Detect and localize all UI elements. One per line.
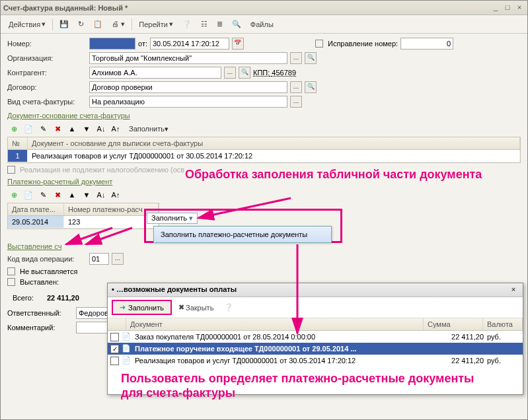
popup-help-icon[interactable]: ❔ <box>220 302 237 313</box>
payment-fill-button[interactable]: Заполнить ▾ <box>147 213 198 224</box>
contr-open-button[interactable]: 🔍 <box>239 67 250 79</box>
pay-col-date: Дата плате... <box>8 203 64 215</box>
add-icon[interactable]: ⊕ <box>7 122 20 135</box>
post-icon[interactable]: 📋 <box>89 18 106 30</box>
exempt-checkbox[interactable] <box>7 166 15 174</box>
save-icon[interactable]: 💾 <box>56 18 73 30</box>
op-label: Код вида операции: <box>7 255 87 263</box>
basis-section-title: Документ-основание счета-фактуры <box>7 112 521 120</box>
down-icon[interactable]: ▼ <box>80 122 93 135</box>
pay-down-icon[interactable]: ▼ <box>80 188 93 201</box>
org-select-button[interactable]: … <box>290 52 302 64</box>
pay-add-icon[interactable]: ⊕ <box>7 188 20 201</box>
pay-sort-desc-icon[interactable]: A↑ <box>109 188 122 201</box>
actions-menu[interactable]: Действия ▾ <box>5 18 50 30</box>
refresh-icon[interactable]: ↻ <box>74 18 88 30</box>
row-checkbox[interactable] <box>110 333 119 341</box>
contract-select-button[interactable]: … <box>290 81 302 93</box>
sort-asc-icon[interactable]: A↓ <box>94 122 108 135</box>
issued-label: Выставлен: <box>20 278 59 286</box>
total-label: Всего: <box>13 294 34 302</box>
org-input[interactable] <box>89 52 287 64</box>
sort-desc-icon[interactable]: A↑ <box>109 122 122 135</box>
go-menu[interactable]: Перейти ▾ <box>135 18 177 30</box>
report-icon[interactable]: ≣ <box>213 18 227 30</box>
correction-input[interactable] <box>400 38 453 50</box>
contr-select-button[interactable]: … <box>224 67 236 79</box>
maximize-button[interactable]: □ <box>502 3 513 13</box>
popup-fill-button[interactable]: ➜Заполнить <box>112 300 172 315</box>
basis-col-n: № <box>8 137 28 149</box>
search-icon[interactable]: 🔍 <box>228 18 245 30</box>
basis-table: № Документ - основание для выписки счета… <box>7 137 521 163</box>
window-title: Счет-фактура выданный: Новый * <box>3 4 489 12</box>
payment-row[interactable]: 29.05.2014 123 <box>8 216 159 228</box>
payment-toolbar: ⊕ 📄 ✎ ✖ ▲ ▼ A↓ A↑ <box>7 188 521 201</box>
issue-section-title: Выставление сч <box>7 242 521 250</box>
row-checkbox-checked[interactable]: ✓ <box>110 345 119 353</box>
issued-checkbox[interactable] <box>7 278 15 286</box>
popup-col-doc[interactable]: Документ <box>126 318 424 330</box>
basis-fill-button[interactable]: Заполнить ▾ <box>124 123 174 135</box>
titlebar: Счет-фактура выданный: Новый * _ □ × <box>1 1 527 15</box>
from-label: от: <box>138 40 147 48</box>
basis-col-doc: Документ - основание для выписки счета-ф… <box>28 137 520 149</box>
number-label: Номер: <box>7 40 87 48</box>
pay-delete-icon[interactable]: ✖ <box>51 188 64 201</box>
popup-close-button[interactable]: ✖ Закрыть <box>174 302 217 313</box>
popup-close-icon[interactable]: × <box>508 285 519 295</box>
payment-table: Дата плате... Номер платежно-расч 29.05.… <box>7 203 159 229</box>
basis-row[interactable]: 1 Реализация товаров и услуг ТД000000001… <box>8 150 520 162</box>
popup-row-selected[interactable]: ✓ 📄 Платежное поручение входящее ТД00000… <box>108 343 523 355</box>
total-value: 22 411,20 <box>47 294 79 302</box>
up-icon[interactable]: ▲ <box>65 122 79 135</box>
main-toolbar: Действия ▾ 💾 ↻ 📋 🖨 ▾ Перейти ▾ ❔ ☷ ≣ 🔍 Ф… <box>1 15 527 34</box>
not-issued-checkbox[interactable] <box>7 267 15 275</box>
document-icon: 📄 <box>122 332 132 341</box>
type-select-button[interactable]: … <box>290 96 302 108</box>
popup-title-text: • …возможные документы оплаты <box>112 285 507 295</box>
contr-input[interactable] <box>89 67 221 79</box>
not-issued-label: Не выставляется <box>20 267 78 275</box>
comment-label: Комментарий: <box>7 324 73 332</box>
popup-col-sum[interactable]: Сумма <box>424 318 483 330</box>
popup-row[interactable]: 📄 Реализация товаров и услуг ТД000000001… <box>108 355 523 367</box>
number-input[interactable] <box>89 38 135 50</box>
delete-icon[interactable]: ✖ <box>51 122 64 135</box>
resp-label: Ответственный: <box>7 309 73 317</box>
files-button[interactable]: Файлы <box>246 19 278 30</box>
contr-label: Контрагент: <box>7 69 87 77</box>
payment-section-title: Платежно-расчетный документ <box>7 178 521 186</box>
popup-row[interactable]: 📄 Заказ покупателя ТД000000001 от 28.05.… <box>108 331 523 343</box>
close-button[interactable]: × <box>514 3 525 13</box>
type-input[interactable] <box>89 96 287 108</box>
correction-label: Исправление номер: <box>328 40 398 48</box>
op-input[interactable] <box>89 253 109 265</box>
payment-fill-menu-item[interactable]: Заполнить платежно-расчетные документы <box>153 226 332 243</box>
payment-docs-popup: • …возможные документы оплаты × ➜Заполни… <box>107 283 523 395</box>
help-icon[interactable]: ❔ <box>178 18 196 30</box>
date-input[interactable] <box>150 38 229 50</box>
popup-col-cur[interactable]: Валюта <box>483 318 523 330</box>
contract-open-button[interactable]: 🔍 <box>305 81 317 93</box>
row-checkbox[interactable] <box>110 357 119 365</box>
edit-icon[interactable]: ✎ <box>36 122 50 135</box>
op-select-button[interactable]: … <box>112 253 124 265</box>
date-picker-button[interactable]: 📅 <box>232 38 244 50</box>
kpp-label: КПП: 456789 <box>253 69 296 77</box>
pay-copy-icon[interactable]: 📄 <box>22 188 35 201</box>
print-icon[interactable]: 🖨 ▾ <box>108 18 129 30</box>
minimize-button[interactable]: _ <box>490 3 501 13</box>
pay-edit-icon[interactable]: ✎ <box>36 188 50 201</box>
pay-sort-asc-icon[interactable]: A↓ <box>94 188 108 201</box>
basis-toolbar: ⊕ 📄 ✎ ✖ ▲ ▼ A↓ A↑ Заполнить ▾ <box>7 122 521 135</box>
contract-input[interactable] <box>89 81 287 93</box>
pay-up-icon[interactable]: ▲ <box>65 188 79 201</box>
correction-checkbox[interactable] <box>315 40 323 48</box>
org-open-button[interactable]: 🔍 <box>305 52 317 64</box>
struct-icon[interactable]: ☷ <box>197 18 211 30</box>
org-label: Организация: <box>7 54 87 62</box>
type-label: Вид счета-фактуры: <box>7 98 87 106</box>
copy-icon[interactable]: 📄 <box>22 122 35 135</box>
exempt-label: Реализация не подлежит налогообложению (… <box>20 166 184 174</box>
